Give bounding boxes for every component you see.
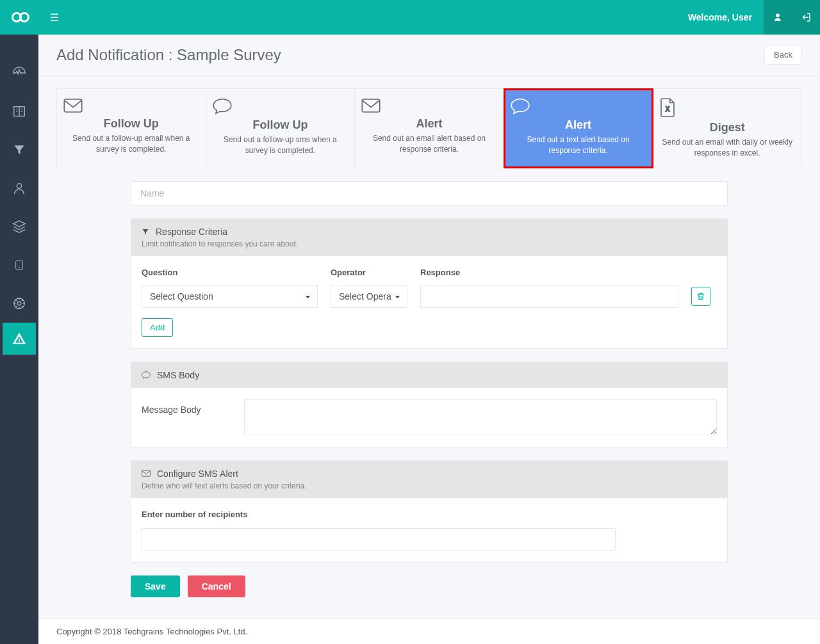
svg-rect-8 [142,471,151,476]
logo [12,11,29,24]
sidebar-users[interactable] [0,169,38,207]
panel-title: Response Criteria [156,227,227,237]
tab-title: Alert [511,118,646,132]
filter-icon [142,228,149,236]
tab-title: Follow Up [63,117,199,131]
footer-copyright: Copyright © 2018 Techgrains Technologies… [38,618,820,644]
svg-point-0 [17,184,21,188]
tab-desc: Send out a follow-up email when a survey… [63,133,199,155]
message-body-label: Message Body [142,399,231,415]
tab-title: Alert [361,117,497,131]
question-select[interactable]: Select Question [142,285,318,308]
panel-title: SMS Body [157,370,199,380]
svg-rect-6 [362,99,380,112]
tab-desc: Send out a text alert based on response … [511,134,646,156]
chat-icon [213,98,348,115]
topbar: ☰ Welcome, User [0,0,820,35]
tab-desc: Send out an email with daily or weekly r… [659,137,795,159]
panel-subtitle: Define who will text alerts based on you… [142,481,717,490]
chat-icon [511,98,646,115]
sidebar [0,35,38,644]
menu-toggle-icon[interactable]: ☰ [50,12,59,24]
sidebar-layers[interactable] [0,207,38,246]
add-criteria-button[interactable]: Add [142,318,173,337]
configure-sms-panel: Configure SMS Alert Define who will text… [131,460,728,563]
question-label: Question [142,268,318,277]
sidebar-dashboard[interactable] [0,54,38,92]
tab-digest[interactable]: X Digest Send out an email with daily or… [653,89,801,168]
tab-desc: Send out a follow-up sms when a survey i… [213,134,348,156]
user-icon[interactable] [764,0,792,35]
message-body-textarea[interactable] [244,399,717,435]
welcome-text: Welcome, User [688,12,764,22]
tab-alert-sms[interactable]: Alert Send out a text alert based on res… [504,89,653,168]
tab-followup-sms[interactable]: Follow Up Send out a follow-up sms when … [206,89,356,168]
envelope-icon [142,470,151,477]
response-criteria-panel: Response Criteria Limit notification to … [131,218,728,349]
delete-criteria-button[interactable] [691,287,710,306]
name-input[interactable] [131,181,728,205]
tab-alert-email[interactable]: Alert Send out an email alert based on r… [355,89,504,168]
page-header: Add Notification : Sample Survey Back [38,35,820,76]
sidebar-surveys[interactable] [0,92,38,131]
svg-point-4 [17,302,21,305]
svg-point-2 [19,267,19,268]
operator-label: Operator [331,268,407,277]
svg-rect-5 [64,99,82,112]
operator-select[interactable]: Select Opera [331,285,407,308]
cancel-button[interactable]: Cancel [188,576,245,597]
sidebar-filter[interactable] [0,131,38,169]
trash-icon [696,292,705,301]
tab-title: Digest [659,121,795,134]
envelope-icon [361,98,497,113]
back-button[interactable]: Back [764,45,802,65]
notification-type-tabs: Follow Up Send out a follow-up email whe… [56,88,802,168]
panel-title: Configure SMS Alert [157,469,238,479]
sidebar-tablet[interactable] [0,246,38,284]
page-title: Add Notification : Sample Survey [56,46,281,64]
panel-subtitle: Limit notification to responses you care… [142,239,717,248]
chat-icon [142,371,151,379]
sidebar-settings[interactable] [0,284,38,323]
response-label: Response [420,268,678,277]
svg-text:X: X [666,106,670,113]
tab-desc: Send out an email alert based on respons… [361,133,497,155]
recipients-label: Enter number of recipients [142,510,717,519]
save-button[interactable]: Save [131,576,180,597]
sms-body-panel: SMS Body Message Body [131,362,728,447]
logout-icon[interactable] [792,0,820,35]
recipients-input[interactable] [142,528,616,551]
tab-followup-email[interactable]: Follow Up Send out a follow-up email whe… [57,89,206,168]
tab-title: Follow Up [213,118,348,132]
excel-file-icon: X [659,98,795,117]
response-input[interactable] [420,285,678,308]
sidebar-alerts[interactable] [3,323,36,355]
envelope-icon [63,98,199,113]
